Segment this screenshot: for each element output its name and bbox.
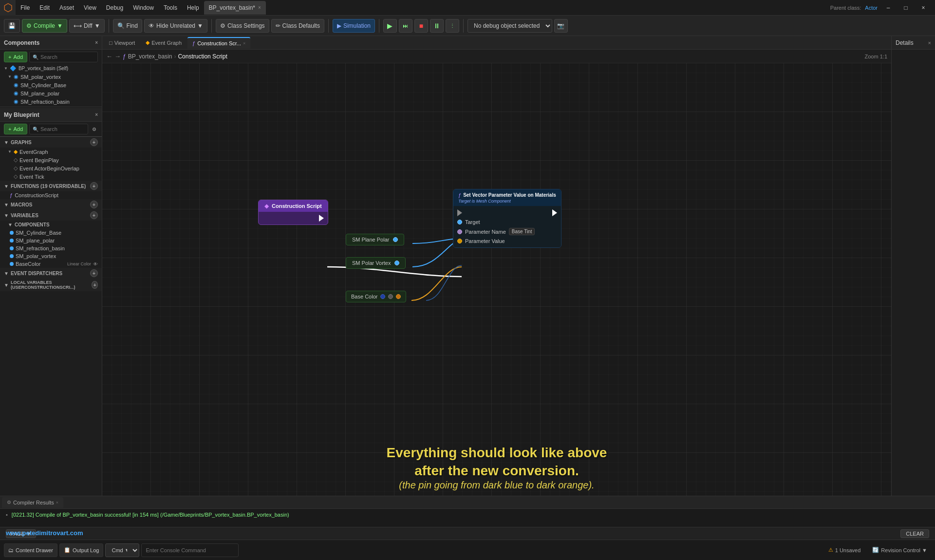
self-node[interactable]: ▼ 🔷 BP_vortex_basin (Self) (0, 64, 102, 73)
add-blueprint-button[interactable]: + Add (4, 124, 27, 134)
diff-button[interactable]: ⟷ Diff ▼ (69, 19, 105, 33)
construction-exec-out[interactable] (319, 215, 324, 222)
construction-script-tab[interactable]: ƒ Construction Scr... × (187, 37, 250, 49)
base-color-pin-blue[interactable] (380, 294, 385, 299)
component-search-bar[interactable]: 🔍 (29, 52, 98, 62)
var-refraction[interactable]: SM_refraction_basin (0, 244, 102, 252)
components-var-header[interactable]: ▼ Components (0, 221, 102, 229)
components-panel-close[interactable]: × (95, 40, 98, 45)
event-beginplay[interactable]: ◇ Event BeginPlay (0, 156, 102, 164)
plane-polar-pin[interactable] (393, 237, 398, 242)
play-button[interactable]: ▶ (383, 19, 397, 33)
viewport-tab[interactable]: □ Viewport (104, 37, 140, 49)
functions-add-btn[interactable]: + (90, 182, 98, 190)
event-dispatchers-header[interactable]: ▼ EVENT DISPATCHERS + (0, 268, 102, 279)
revision-control-button[interactable]: 🔄 Revision Control ▼ (868, 546, 931, 554)
pause-button[interactable]: ⏸ (430, 19, 444, 33)
more-play-button[interactable]: ⋮ (446, 19, 459, 33)
event-tick[interactable]: ◇ Event Tick (0, 172, 102, 181)
event-graph-tab[interactable]: ◆ Event Graph (141, 37, 187, 49)
content-drawer-button[interactable]: 🗂 Content Drawer (4, 543, 57, 557)
nav-forward[interactable]: → (114, 53, 121, 60)
menu-edit[interactable]: Edit (35, 0, 55, 16)
blueprint-search-bar[interactable]: 🔍 (29, 124, 88, 134)
class-defaults-button[interactable]: ✏ Class Defaults (271, 19, 324, 33)
local-variables-header[interactable]: ▼ LOCAL VARIABLES (USERCONSTRUCTIONSCRI.… (0, 279, 102, 291)
menu-window[interactable]: Window (128, 0, 159, 16)
target-pin[interactable] (457, 220, 462, 224)
variables-add-btn[interactable]: + (90, 211, 98, 219)
page-button[interactable]: PAGE ▼ (6, 529, 36, 538)
dispatchers-add-btn[interactable]: + (90, 269, 98, 277)
menu-asset[interactable]: Asset (55, 0, 79, 16)
blueprint-search-input[interactable] (40, 126, 85, 132)
var-cylinder-base[interactable]: SM_Cylinder_Base (0, 229, 102, 237)
compiler-results-tab[interactable]: ⚙ Compiler Results × (2, 497, 63, 508)
console-command-input[interactable] (141, 543, 239, 557)
save-button[interactable]: 💾 (4, 19, 20, 33)
parent-class-value[interactable]: Actor (865, 5, 878, 11)
functions-section-header[interactable]: ▼ FUNCTIONS (19 OVERRIDABLE) + (0, 181, 102, 191)
clear-button[interactable]: CLEAR (900, 529, 929, 538)
step-button[interactable]: ⏭ (399, 19, 412, 33)
set-vector-exec-in[interactable] (457, 209, 462, 216)
add-component-button[interactable]: + Add (4, 52, 27, 62)
graphs-section-header[interactable]: ▼ GRAPHS + (0, 137, 102, 148)
menu-debug[interactable]: Debug (101, 0, 128, 16)
mesh-item-2[interactable]: ◉ SM_refraction_basin (0, 97, 102, 106)
compiler-tab-close[interactable]: × (56, 500, 58, 505)
var-plane-polar[interactable]: SM_plane_polar (0, 237, 102, 244)
breadcrumb-root[interactable]: BP_vortex_basin (128, 53, 172, 60)
minimize-button[interactable]: – (881, 2, 895, 13)
menu-view[interactable]: View (79, 0, 101, 16)
graphs-add-btn[interactable]: + (90, 138, 98, 146)
mesh-item-1[interactable]: ◉ SM_plane_polar (0, 89, 102, 97)
mesh-group[interactable]: ▼ ◉ SM_polar_vortex (0, 73, 102, 81)
set-vector-node[interactable]: ƒ Set Vector Parameter Value on Material… (453, 189, 561, 248)
my-blueprint-panel-close[interactable]: × (95, 112, 98, 117)
mesh-item-0[interactable]: ◉ SM_Cylinder_Base (0, 81, 102, 89)
sm-plane-polar-node[interactable]: SM Plane Polar (346, 234, 404, 245)
macros-add-btn[interactable]: + (90, 201, 98, 208)
param-name-pin[interactable] (457, 229, 462, 234)
compile-button[interactable]: ⚙ Compile ▼ (22, 19, 67, 33)
stop-button[interactable]: ■ (414, 19, 428, 33)
blueprint-gear-btn[interactable]: ⚙ (90, 125, 98, 133)
hide-unrelated-button[interactable]: 👁 Hide Unrelated ▼ (144, 19, 207, 33)
output-log-button[interactable]: 📋 Output Log (59, 543, 103, 557)
class-settings-button[interactable]: ⚙ Class Settings (216, 19, 269, 33)
blueprint-canvas[interactable]: ◆ Construction Script SM Plane Polar (102, 63, 891, 540)
sm-polar-vortex-node[interactable]: SM Polar Vortex (346, 257, 406, 269)
variables-section-header[interactable]: ▼ VARIABLES + (0, 210, 102, 221)
base-color-pin-orange[interactable] (396, 294, 401, 299)
details-close[interactable]: × (928, 40, 931, 46)
macros-section-header[interactable]: ▼ MACROS + (0, 199, 102, 210)
find-button[interactable]: 🔍 Find (113, 19, 142, 33)
simulation-button[interactable]: ▶ Simulation (333, 19, 375, 33)
tab-close-btn[interactable]: × (258, 5, 261, 10)
maximize-button[interactable]: □ (899, 2, 913, 13)
polar-vortex-pin[interactable] (394, 261, 399, 265)
event-actoroverlap[interactable]: ◇ Event ActorBeginOverlap (0, 164, 102, 172)
cmd-dropdown[interactable]: Cmd ▼ (105, 543, 139, 557)
debug-object-select[interactable]: No debug object selected (468, 19, 552, 33)
set-vector-exec-out[interactable] (552, 209, 557, 216)
construction-script-func[interactable]: ƒ ConstructionScript (0, 191, 102, 199)
component-search-input[interactable] (40, 54, 94, 60)
construction-tab-close[interactable]: × (243, 41, 245, 46)
base-color-node[interactable]: Base Color (346, 291, 406, 302)
debug-extra-button[interactable]: 📷 (554, 19, 568, 33)
var-base-color[interactable]: BaseColor Linear Color 👁 (0, 260, 102, 268)
event-graph-item[interactable]: ▼ ◆ EventGraph (0, 148, 102, 156)
menu-tools[interactable]: Tools (159, 0, 182, 16)
localvar-add-btn[interactable]: + (92, 281, 98, 289)
document-tab[interactable]: BP_vortex_basin* × (204, 1, 266, 15)
close-button[interactable]: × (916, 2, 930, 13)
menu-file[interactable]: File (16, 0, 35, 16)
nav-back[interactable]: ← (106, 53, 112, 60)
base-color-pin-mid[interactable] (388, 294, 393, 299)
visibility-icon[interactable]: 👁 (93, 261, 98, 267)
unsaved-indicator[interactable]: ⚠ 1 Unsaved (824, 546, 865, 554)
menu-help[interactable]: Help (182, 0, 204, 16)
param-value-pin[interactable] (457, 239, 462, 243)
